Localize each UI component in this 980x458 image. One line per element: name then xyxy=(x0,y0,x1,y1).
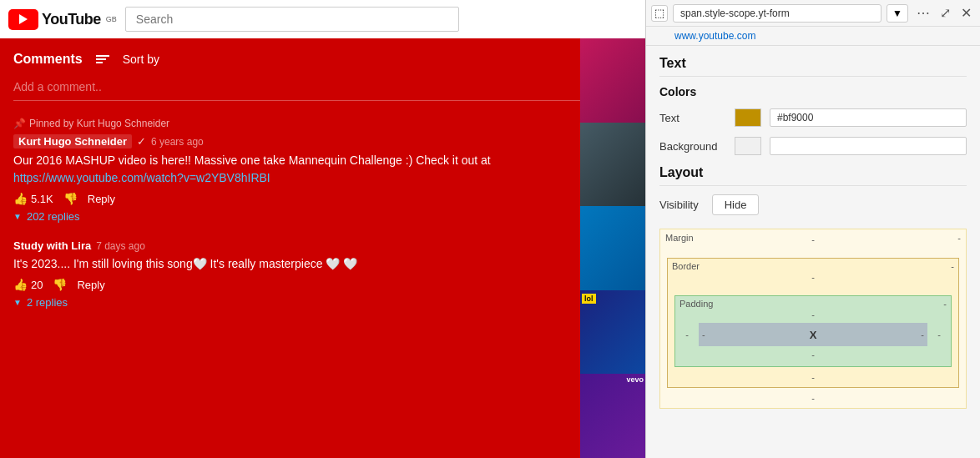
comment2-actions: 20 Reply xyxy=(13,278,632,291)
section-layout-title: Layout xyxy=(659,165,967,186)
box-padding-outer: Padding - - - - X - - xyxy=(674,295,952,367)
comment1-actions: 5.1K Reply xyxy=(13,192,632,205)
youtube-topbar: YouTube GB xyxy=(0,0,645,38)
bg-color-row: Background xyxy=(659,137,967,155)
hide-button[interactable]: Hide xyxy=(712,194,760,215)
gb-badge: GB xyxy=(106,15,117,23)
sort-by-label[interactable]: Sort by xyxy=(123,53,159,66)
expand-btn[interactable]: ⤢ xyxy=(937,3,954,23)
box-content-area: - X - xyxy=(699,323,927,346)
thumbdown2-icon xyxy=(53,278,67,291)
add-comment-placeholder[interactable]: Add a comment.. xyxy=(13,80,632,101)
visibility-row: Visibility Hide xyxy=(659,194,967,215)
comment2-thumbup[interactable]: 20 xyxy=(13,278,43,291)
text-color-row: Text xyxy=(659,108,967,127)
thumbdown-icon xyxy=(63,192,78,205)
devtools-topbar: ⬚ span.style-scope.yt-form ▼ ⋯ ⤢ ✕ xyxy=(646,0,980,27)
selector-bar: span.style-scope.yt-form xyxy=(673,4,881,23)
comment1-author-row: Kurt Hugo Schneider ✓ 6 years ago xyxy=(13,134,632,148)
youtube-panel: YouTube GB Comments Sort by Add a commen… xyxy=(0,0,645,458)
comment1-likes: 5.1K xyxy=(31,193,53,205)
verified-icon: ✓ xyxy=(137,135,146,148)
close-btn[interactable]: ✕ xyxy=(957,3,975,23)
comment2-reply-btn[interactable]: Reply xyxy=(77,279,104,291)
thumbnail-2[interactable] xyxy=(580,123,645,207)
box-border-outer: Border - - Padding - - - xyxy=(667,258,959,388)
selector-text: span.style-scope.yt-form xyxy=(680,8,790,19)
comment1-thumbup[interactable]: 5.1K xyxy=(13,192,53,205)
comments-title: Comments xyxy=(13,52,83,67)
margin-bottom-value: - xyxy=(664,391,962,405)
box-border-label: Border xyxy=(672,261,700,271)
content-x: X xyxy=(810,329,817,341)
thumbup2-icon xyxy=(13,278,28,291)
box-border-value: - xyxy=(951,261,954,271)
thumbnail-1[interactable] xyxy=(580,38,645,123)
dropdown-arrow-icon: ▼ xyxy=(892,8,902,19)
comment2-author-row: Study with Lira 7 days ago xyxy=(13,239,632,252)
comment2-author-name[interactable]: Study with Lira xyxy=(13,239,91,252)
comment1-text: Our 2016 MASHUP video is here!! Massive … xyxy=(13,152,632,187)
thumbup-icon xyxy=(13,192,28,205)
selector-dropdown[interactable]: ▼ xyxy=(887,4,908,23)
bg-color-input[interactable] xyxy=(770,137,967,155)
youtube-play-icon xyxy=(8,9,38,30)
comment1-reply-btn[interactable]: Reply xyxy=(88,193,115,205)
box-margin-label: Margin xyxy=(665,233,694,243)
box-padding-value: - xyxy=(943,299,947,309)
comment2-likes: 20 xyxy=(31,279,43,291)
box-padding-label: Padding xyxy=(679,299,713,309)
margin-top-value: - xyxy=(664,233,962,244)
thumbnail-5[interactable]: vevo xyxy=(580,374,645,458)
youtube-logo-text: YouTube xyxy=(42,11,101,28)
content-row: - - X - - xyxy=(679,320,947,350)
devtools-cursor-btn[interactable]: ⬚ xyxy=(651,5,668,22)
comment1-link[interactable]: https://www.youtube.com/watch?v=w2YBV8hI… xyxy=(13,171,270,184)
search-input[interactable] xyxy=(125,7,459,32)
text-color-input[interactable] xyxy=(770,108,967,127)
sort-icon[interactable] xyxy=(96,55,109,63)
vevo-label: vevo xyxy=(580,374,645,385)
comment1-author-name[interactable]: Kurt Hugo Schneider xyxy=(13,134,132,148)
padding-right-value: - xyxy=(931,330,947,340)
comment1-thumbdown[interactable] xyxy=(63,192,78,205)
text-color-swatch[interactable] xyxy=(735,108,761,127)
comment2-replies-toggle[interactable]: 2 replies xyxy=(13,296,632,309)
comment1-time: 6 years ago xyxy=(151,136,204,148)
comment1-replies-toggle[interactable]: 202 replies xyxy=(13,210,632,223)
padding-left-value: - xyxy=(679,330,695,340)
content-right: - xyxy=(921,330,924,340)
comments-section: Comments Sort by Add a comment.. 📌 Pinne… xyxy=(0,38,645,322)
comment2-time: 7 days ago xyxy=(96,240,145,252)
comment2: Study with Lira 7 days ago It's 2023....… xyxy=(13,239,632,309)
box-model-diagram: Margin - - Border - - Padding - - xyxy=(659,229,967,409)
comment1-text-main: Our 2016 MASHUP video is here!! Massive … xyxy=(13,154,491,167)
comment2-text: It's 2023.... I'm still loving this song… xyxy=(13,255,632,273)
content-left: - xyxy=(702,330,705,340)
section-text-title: Text xyxy=(659,56,967,77)
comment2-thumbdown[interactable] xyxy=(53,278,67,291)
padding-top-value: - xyxy=(679,299,947,320)
comment2-replies-count: 2 replies xyxy=(27,296,68,309)
visibility-label: Visibility xyxy=(659,199,699,211)
url-bar: www.youtube.com xyxy=(646,27,980,46)
thumbnail-4[interactable]: lol xyxy=(580,290,645,375)
devtools-content[interactable]: Text Colors Text Background Layout Visib… xyxy=(646,46,980,458)
pinned-text: Pinned by Kurt Hugo Schneider xyxy=(29,118,169,129)
pin-icon: 📌 xyxy=(13,118,26,129)
devtools-action-buttons: ⋯ ⤢ ✕ xyxy=(913,3,975,23)
pinned-label: 📌 Pinned by Kurt Hugo Schneider xyxy=(13,118,632,129)
bg-color-swatch[interactable] xyxy=(735,137,761,155)
border-bottom-value: - xyxy=(671,370,955,384)
more-options-btn[interactable]: ⋯ xyxy=(913,3,933,23)
text-color-label: Text xyxy=(659,112,726,124)
border-top-value: - xyxy=(671,262,955,282)
bg-color-label: Background xyxy=(659,140,726,153)
section-colors-title: Colors xyxy=(659,85,967,98)
thumbnail-3[interactable] xyxy=(580,206,645,290)
comment1-replies-count: 202 replies xyxy=(27,210,80,223)
cursor-icon: ⬚ xyxy=(654,7,664,19)
padding-bottom-value: - xyxy=(679,350,947,363)
devtools-panel: ⬚ span.style-scope.yt-form ▼ ⋯ ⤢ ✕ www.y… xyxy=(645,0,980,458)
thumbnail-strip: lol vevo xyxy=(580,38,645,458)
